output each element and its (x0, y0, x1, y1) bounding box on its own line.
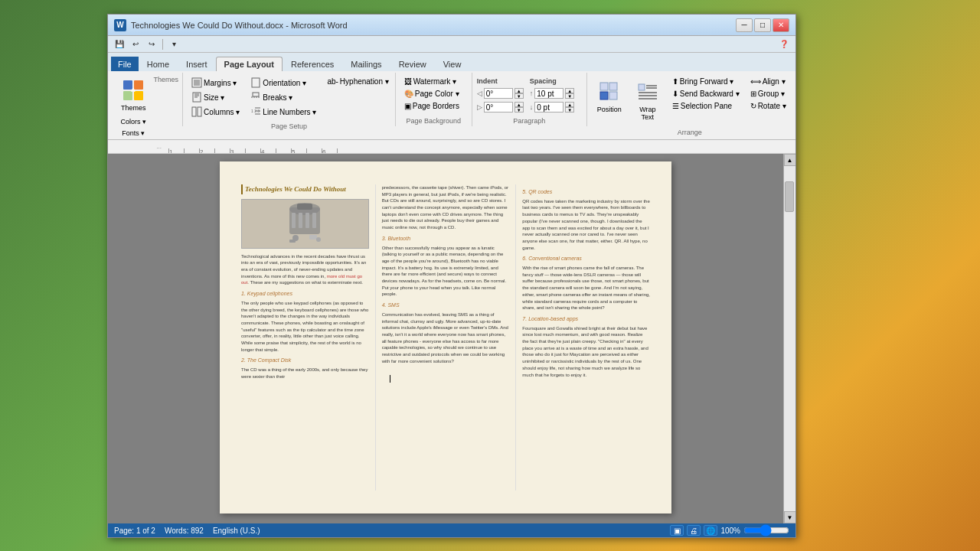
wrap-text-button[interactable]: WrapText (630, 76, 665, 125)
line-numbers-button[interactable]: 1 2 3 Line Numbers ▾ (247, 105, 320, 119)
tab-references[interactable]: References (283, 57, 342, 71)
hyphenation-button[interactable]: ab- Hyphenation ▾ (323, 76, 392, 87)
scroll-track[interactable] (784, 166, 795, 511)
svg-point-39 (316, 237, 321, 242)
indent-right-spinner[interactable]: ▲ ▼ (514, 102, 524, 112)
indent-right-field[interactable]: 0° (484, 102, 513, 112)
undo-button[interactable]: ↩ (129, 37, 142, 51)
watermark-button[interactable]: 🖼 Watermark ▾ (400, 76, 463, 87)
columns-button[interactable]: Columns ▾ (188, 105, 243, 119)
selection-pane-icon: ☰ (672, 102, 679, 110)
scroll-down-button[interactable]: ▼ (784, 511, 796, 523)
orientation-button[interactable]: Orientation ▾ (247, 76, 320, 90)
size-button[interactable]: Size ▾ (188, 90, 243, 104)
bring-forward-button[interactable]: ⬆ Bring Forward ▾ (668, 76, 743, 87)
paragraph-group-label: Paragraph (477, 117, 582, 125)
svg-rect-40 (289, 240, 296, 243)
tab-page-layout[interactable]: Page Layout (216, 57, 283, 71)
spacing-before-down[interactable]: ▼ (565, 93, 574, 99)
breaks-button[interactable]: Breaks ▾ (247, 90, 320, 104)
vertical-scrollbar: ▲ ▼ (783, 154, 795, 523)
scroll-thumb[interactable] (785, 181, 794, 212)
indent-left-up[interactable]: ▲ (514, 88, 524, 93)
align-button[interactable]: ⟺ Align ▾ (746, 76, 790, 87)
page-color-button[interactable]: 🎨 Page Color ▾ (400, 88, 463, 99)
spacing-after-row: ↓ 0 pt ▲ ▼ (530, 102, 575, 112)
tab-insert[interactable]: Insert (178, 57, 216, 71)
redo-button[interactable]: ↪ (145, 37, 158, 51)
group-icon: ⊞ (750, 90, 756, 98)
document-page[interactable]: Technologies We Could Do Without (220, 161, 671, 514)
svg-rect-34 (305, 213, 309, 228)
maximize-button[interactable]: □ (754, 18, 771, 32)
spacing-after-field[interactable]: 0 pt (534, 102, 564, 112)
col1-text1: The only people who use keypad cellphone… (241, 300, 369, 354)
position-icon (597, 80, 622, 104)
svg-rect-22 (600, 92, 608, 99)
position-button[interactable]: Position (592, 76, 627, 117)
word-window: W Technologies We Could Do Without.docx … (107, 14, 796, 538)
ruler-mark: 5 (292, 148, 307, 153)
ruler-mark (246, 148, 261, 153)
spacing-after-up[interactable]: ▲ (565, 102, 574, 107)
tab-home[interactable]: Home (139, 57, 178, 71)
arrange-group: Position WrapText (587, 73, 792, 126)
col3-text1: QR codes have taken the marketing indust… (522, 198, 650, 252)
view-web-button[interactable]: 🌐 (704, 525, 717, 536)
window-title: Technologies We Could Do Without.docx - … (131, 21, 348, 30)
page-background-group: 🖼 Watermark ▾ 🎨 Page Color ▾ ▣ Page Bord… (396, 73, 472, 126)
spacing-after-spinner[interactable]: ▲ ▼ (565, 102, 574, 112)
indent-label: Indent (477, 77, 524, 85)
send-backward-label: Send Backward ▾ (680, 90, 740, 98)
indent-left-field[interactable]: 0° (484, 88, 513, 99)
view-normal-button[interactable]: ▣ (670, 525, 684, 536)
group-button[interactable]: ⊞ Group ▾ (746, 88, 790, 99)
scroll-up-button[interactable]: ▲ (784, 154, 796, 166)
theme-fonts-button[interactable]: Fonts ▾ (118, 128, 149, 139)
rotate-button[interactable]: ↻ Rotate ▾ (746, 100, 790, 112)
view-print-button[interactable]: 🖨 (687, 525, 701, 536)
send-backward-button[interactable]: ⬇ Send Backward ▾ (668, 88, 743, 99)
customize-button[interactable]: ▾ (167, 37, 181, 51)
document-title: Technologies We Could Do Without (241, 184, 369, 194)
svg-rect-20 (600, 83, 608, 90)
ruler-mark (215, 148, 230, 153)
col3-text3: Foursquare and Gowalla shined bright at … (522, 325, 650, 379)
page-borders-button[interactable]: ▣ Page Borders (400, 100, 463, 112)
close-button[interactable]: ✕ (773, 18, 789, 32)
indent-right-down[interactable]: ▼ (514, 107, 524, 112)
col2-text1: Other than successfully making you appea… (382, 245, 510, 298)
theme-colors-button[interactable]: Colors ▾ (117, 116, 151, 127)
indent-left-spinner[interactable]: ▲ ▼ (514, 88, 524, 99)
indent-right-up[interactable]: ▲ (514, 102, 524, 107)
spacing-after-down[interactable]: ▼ (565, 107, 574, 112)
tab-mailings[interactable]: Mailings (342, 57, 390, 71)
save-button[interactable]: 💾 (113, 37, 126, 51)
tab-file[interactable]: File (111, 57, 139, 71)
word-count: Words: 892 (165, 527, 204, 535)
spacing-before-field[interactable]: 10 pt (534, 88, 564, 99)
spacing-before-spinner[interactable]: ▲ ▼ (565, 88, 574, 99)
indent-left-down[interactable]: ▼ (514, 93, 524, 99)
tab-view[interactable]: View (435, 57, 470, 71)
line-numbers-label: Line Numbers ▾ (263, 108, 316, 116)
margins-button[interactable]: Margins ▾ (188, 76, 243, 90)
tab-review[interactable]: Review (390, 57, 435, 71)
minimize-button[interactable]: ─ (736, 18, 753, 32)
position-label: Position (597, 106, 622, 113)
zoom-slider[interactable] (743, 526, 789, 535)
themes-button[interactable]: A Themes (116, 74, 152, 116)
ribbon-tabs: File Home Insert Page Layout References … (108, 53, 795, 71)
help-button[interactable]: ❓ (777, 37, 791, 51)
ruler-mark: 4 (261, 148, 276, 153)
col1-intro-text: Technological advances in the recent dec… (241, 253, 369, 286)
horizontal-ruler: ... 1 2 3 4 5 6 (108, 140, 795, 154)
selection-pane-button[interactable]: ☰ Selection Pane (668, 100, 743, 112)
cursor-area[interactable] (382, 367, 510, 390)
document-column-2: predecessors, the cassette tape (shiver)… (376, 184, 517, 491)
indent-left-row: ◁ 0° ▲ ▼ (477, 88, 524, 99)
status-bar: Page: 1 of 2 Words: 892 English (U.S.) ▣… (108, 523, 795, 537)
document-column-3: 5. QR codes QR codes have taken the mark… (516, 184, 656, 491)
spacing-before-up[interactable]: ▲ (565, 88, 574, 93)
col3-heading3: 7. Location-based apps (522, 315, 650, 323)
